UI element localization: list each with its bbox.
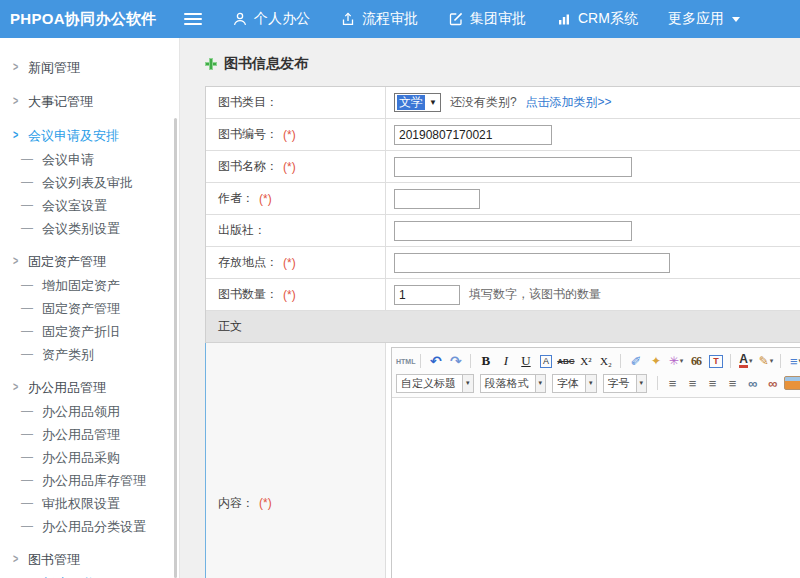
sidebar-item-图书管理[interactable]: >图书管理	[0, 545, 179, 572]
bold-glyph: B	[482, 353, 491, 369]
nav-label: 流程审批	[362, 10, 418, 28]
book-category-select[interactable]: 文学▼	[394, 93, 441, 112]
sidebar-item-办公用品采购[interactable]: —办公用品采购	[0, 446, 179, 469]
caret-down-icon	[732, 17, 740, 22]
align-left-icon[interactable]: ≡	[663, 374, 682, 393]
field-label-cell: 出版社：	[206, 215, 386, 246]
sidebar-item-新建图书[interactable]: —新建图书	[0, 572, 179, 578]
sidebar-item-办公用品管理[interactable]: >办公用品管理	[0, 373, 179, 400]
paste-word-icon[interactable]: T	[706, 352, 725, 371]
sidebar-item-固定资产管理[interactable]: >固定资产管理	[0, 247, 179, 274]
chevron-right-icon: >	[13, 94, 18, 110]
sidebar-item-审批权限设置[interactable]: —审批权限设置	[0, 492, 179, 515]
sidebar-scrollbar[interactable]	[174, 118, 177, 578]
field-hint: 填写数字，该图书的数量	[469, 286, 601, 303]
subscript-icon[interactable]: X₂	[596, 352, 615, 371]
font-size-select[interactable]: 字号▾	[603, 374, 648, 393]
sidebar-item-会议类别设置[interactable]: —会议类别设置	[0, 217, 179, 240]
sidebar-item-label: 办公用品管理	[28, 380, 106, 395]
nav-label: CRM系统	[578, 10, 638, 28]
font-border-icon[interactable]: A	[536, 352, 555, 371]
link-icon[interactable]: ∞	[743, 374, 762, 393]
sidebar-item-资产类别[interactable]: —资产类别	[0, 343, 179, 366]
auto-typeset-icon[interactable]: ✳▾	[666, 352, 685, 371]
caret-down-icon: ▾	[749, 357, 753, 365]
hamburger-menu-icon[interactable]	[184, 13, 202, 25]
insert-image-icon[interactable]	[783, 374, 800, 393]
sidebar-item-label: 固定资产折旧	[42, 324, 120, 339]
ordered-list-icon[interactable]: ≡▾	[786, 352, 800, 371]
unlink-icon[interactable]: ∞	[763, 374, 782, 393]
toolbar-separator	[620, 354, 621, 368]
selected-option: 文学	[397, 95, 425, 110]
bold-icon[interactable]: B	[476, 352, 495, 371]
custom-title-select[interactable]: 自定义标题▾	[396, 374, 474, 393]
undo-icon[interactable]: ↶	[426, 352, 445, 371]
sidebar-item-办公用品库存管理[interactable]: —办公用品库存管理	[0, 469, 179, 492]
blockquote-icon[interactable]: 66	[686, 352, 705, 371]
field-label-cell: 存放地点：(*)	[206, 247, 386, 278]
caret-down-icon: ▾	[585, 375, 596, 392]
location-input[interactable]	[394, 253, 670, 273]
nav-group-approval[interactable]: 集团审批	[448, 10, 526, 28]
book-name-input[interactable]	[394, 157, 632, 177]
paragraph-format-select[interactable]: 段落格式▾	[480, 374, 547, 393]
redo-icon[interactable]: ↷	[446, 352, 465, 371]
align-center-icon[interactable]: ≡	[683, 374, 702, 393]
align-justify-glyph: ≡	[729, 376, 737, 391]
dash-icon: —	[21, 427, 33, 442]
align-right-icon[interactable]: ≡	[703, 374, 722, 393]
sidebar-item-办公用品领用[interactable]: —办公用品领用	[0, 400, 179, 423]
superscript-icon[interactable]: X²	[576, 352, 595, 371]
form-rows: 图书类目：文学▼还没有类别? 点击添加类别>>图书编号：(*)图书名称：(*)作…	[206, 87, 800, 311]
sidebar-item-会议列表及审批[interactable]: —会议列表及审批	[0, 171, 179, 194]
eraser-icon[interactable]: ✐	[626, 352, 645, 371]
author-input[interactable]	[394, 189, 480, 209]
sidebar-item-会议室设置[interactable]: —会议室设置	[0, 194, 179, 217]
undo-glyph: ↶	[430, 354, 442, 368]
select-label: 自定义标题	[397, 376, 462, 391]
sidebar-item-固定资产管理[interactable]: —固定资产管理	[0, 297, 179, 320]
nav-label: 个人办公	[254, 10, 310, 28]
font-color-glyph: A	[739, 354, 748, 368]
sidebar-item-大事记管理[interactable]: >大事记管理	[0, 87, 179, 114]
required-mark: (*)	[283, 256, 296, 270]
editor-body[interactable]	[392, 398, 800, 578]
font-color-icon[interactable]: A▾	[736, 352, 755, 371]
strikethrough-icon[interactable]: ABC	[556, 352, 575, 371]
publisher-input[interactable]	[394, 221, 632, 241]
sidebar-item-会议申请[interactable]: —会议申请	[0, 148, 179, 171]
sidebar-item-新闻管理[interactable]: >新闻管理	[0, 53, 179, 80]
dash-icon: —	[21, 519, 33, 534]
dash-icon: —	[21, 152, 33, 167]
sidebar-item-增加固定资产[interactable]: —增加固定资产	[0, 274, 179, 297]
italic-icon[interactable]: I	[496, 352, 515, 371]
nav-workflow-approval[interactable]: 流程审批	[340, 10, 418, 28]
font-family-select[interactable]: 字体▾	[552, 374, 597, 393]
sidebar-item-会议申请及安排[interactable]: >会议申请及安排	[0, 121, 179, 148]
app-logo[interactable]: PHPOA协同办公软件	[0, 10, 172, 29]
chevron-right-icon: >	[13, 380, 18, 396]
nav-personal-office[interactable]: 个人办公	[232, 10, 310, 28]
nav-more-apps[interactable]: 更多应用	[668, 10, 740, 28]
select-label: 字体	[553, 376, 585, 391]
field-label: 图书数量：	[218, 286, 278, 303]
book-code-input[interactable]	[394, 125, 552, 145]
sidebar-item-label: 会议类别设置	[42, 221, 120, 236]
quantity-input[interactable]	[394, 285, 460, 305]
html-source-icon[interactable]: HTML	[396, 352, 415, 371]
align-justify-icon[interactable]: ≡	[723, 374, 742, 393]
sidebar-item-固定资产折旧[interactable]: —固定资产折旧	[0, 320, 179, 343]
nav-crm[interactable]: CRM系统	[556, 10, 638, 28]
sidebar-item-办公用品分类设置[interactable]: —办公用品分类设置	[0, 515, 179, 538]
format-brush-icon[interactable]: ✦	[646, 352, 665, 371]
highlight-color-icon[interactable]: ✎▾	[756, 352, 775, 371]
page-title-text: 图书信息发布	[224, 55, 308, 73]
book-form: 图书类目：文学▼还没有类别? 点击添加类别>>图书编号：(*)图书名称：(*)作…	[205, 86, 800, 578]
underline-icon[interactable]: U	[516, 352, 535, 371]
editor-cell: HTML↶↷BIUAABCX²X₂✐✦✳▾66TA▾✎▾≡▾≡▾ 自定义标题▾段…	[386, 343, 800, 578]
sidebar-item-label: 会议申请及安排	[28, 128, 119, 143]
dash-icon: —	[21, 278, 33, 293]
sidebar-item-办公用品管理[interactable]: —办公用品管理	[0, 423, 179, 446]
add-category-link[interactable]: 点击添加类别>>	[526, 94, 612, 111]
